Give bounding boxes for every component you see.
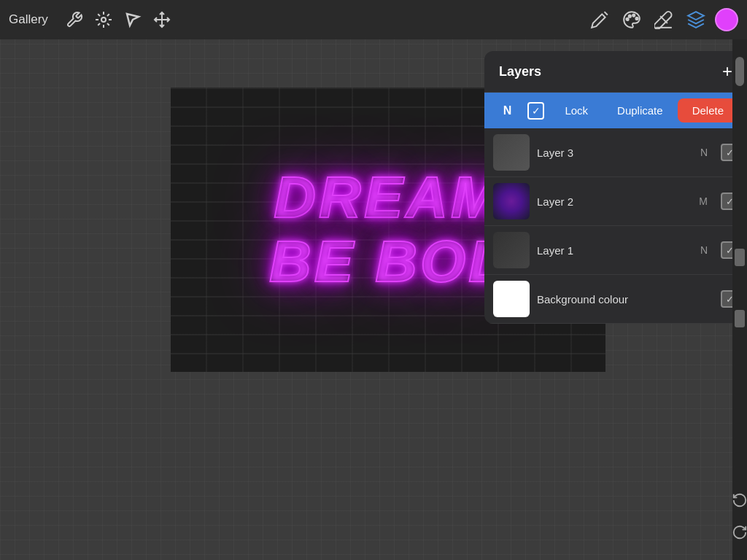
scroll-handle-2[interactable] [735, 310, 745, 327]
adjust-icon[interactable] [90, 7, 117, 33]
layer-2-mode: M [699, 195, 708, 207]
neon-line-1: DREAM [269, 166, 507, 230]
layer-2-name: Layer 2 [537, 195, 692, 208]
svg-line-1 [605, 12, 608, 15]
toolbar-right [587, 7, 738, 33]
layer-bg-thumbnail [493, 281, 530, 317]
delete-button[interactable]: Delete [678, 98, 738, 122]
gallery-button[interactable]: Gallery [9, 12, 48, 27]
layer-3-mode: N [700, 147, 708, 158]
active-layer-mode: N [493, 104, 522, 117]
layers-panel: Layers + N Lock Duplicate Delete Layer 3… [484, 51, 747, 324]
layer-3-thumbnail [493, 134, 530, 171]
color-picker[interactable] [715, 8, 738, 31]
duplicate-button[interactable]: Duplicate [603, 98, 678, 122]
wrench-icon[interactable] [61, 7, 88, 33]
top-toolbar: Gallery [0, 0, 747, 39]
redo-button[interactable] [727, 519, 747, 545]
layer-2-thumbnail [493, 183, 530, 219]
lock-button[interactable]: Lock [550, 98, 603, 122]
selection-icon[interactable] [120, 7, 146, 33]
neon-text: DREAM BE BOL [269, 166, 507, 294]
svg-point-2 [626, 18, 628, 20]
scroll-handle-1[interactable] [735, 249, 745, 266]
smudge-tool-icon[interactable] [619, 7, 645, 33]
layers-header: Layers + [484, 51, 747, 93]
svg-point-5 [635, 18, 638, 20]
layer-row-1[interactable]: Layer 1 N [484, 226, 747, 275]
svg-marker-7 [688, 12, 704, 20]
undo-button[interactable] [727, 487, 747, 513]
pencil-tool-icon[interactable] [587, 7, 613, 33]
active-layer-row[interactable]: N Lock Duplicate Delete [484, 93, 747, 128]
layer-row-2[interactable]: Layer 2 M [484, 177, 747, 226]
svg-point-3 [629, 15, 631, 18]
layer-row-3[interactable]: Layer 3 N [484, 128, 747, 177]
eraser-tool-icon[interactable] [651, 7, 677, 33]
neon-line-2: BE BOL [269, 230, 507, 294]
layers-panel-title: Layers [499, 64, 541, 79]
active-layer-checkbox[interactable] [527, 102, 544, 120]
svg-point-0 [101, 18, 106, 22]
layers-tool-icon[interactable] [683, 7, 709, 33]
layer-1-thumbnail [493, 232, 530, 268]
svg-point-4 [632, 14, 635, 16]
add-layer-button[interactable]: + [722, 63, 732, 80]
scroll-thumb-1[interactable] [735, 57, 744, 86]
layer-1-mode: N [700, 244, 708, 256]
right-sidebar [732, 39, 747, 560]
layer-bg-name: Background colour [537, 293, 700, 306]
layer-1-name: Layer 1 [537, 244, 693, 257]
layer-row-bg[interactable]: Background colour [484, 275, 747, 324]
layer-3-name: Layer 3 [537, 147, 693, 159]
transform-icon[interactable] [149, 7, 175, 33]
layer-actions: Lock Duplicate Delete [550, 98, 738, 122]
